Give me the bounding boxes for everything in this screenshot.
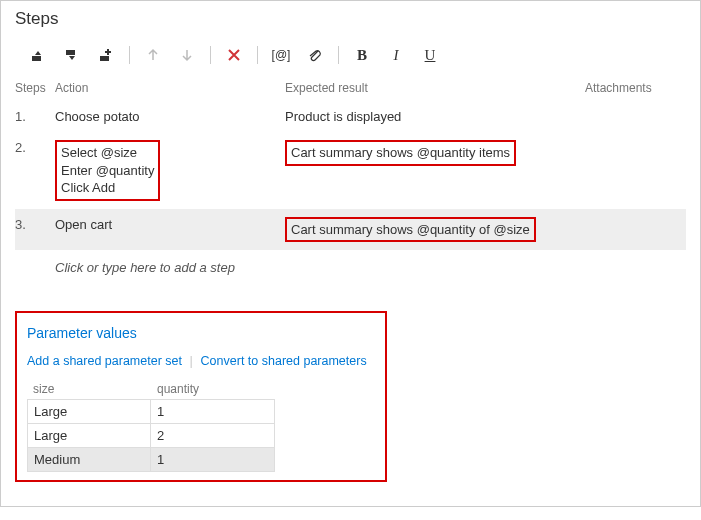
svg-rect-0 bbox=[32, 56, 41, 61]
param-col-size: size bbox=[27, 378, 151, 400]
toolbar-separator bbox=[338, 46, 339, 64]
step-row[interactable]: 3. Open cart Cart summary shows @quantit… bbox=[15, 209, 686, 251]
param-cell-qty[interactable]: 2 bbox=[150, 423, 275, 448]
parameter-table: size quantity Large 1 Large 2 Medium 1 bbox=[27, 378, 375, 472]
col-action: Action bbox=[55, 81, 285, 95]
col-attachments: Attachments bbox=[585, 81, 686, 95]
steps-header-row: Steps Action Expected result Attachments bbox=[15, 77, 686, 101]
param-cell-size[interactable]: Medium bbox=[27, 447, 151, 472]
step-action[interactable]: Open cart bbox=[55, 217, 285, 232]
step-number: 2. bbox=[15, 140, 55, 155]
step-expected[interactable]: Cart summary shows @quantity items bbox=[285, 140, 585, 166]
delete-step-icon[interactable] bbox=[217, 41, 251, 69]
step-expected[interactable]: Product is displayed bbox=[285, 109, 585, 124]
step-number: 1. bbox=[15, 109, 55, 124]
parameter-values-title: Parameter values bbox=[27, 325, 375, 341]
col-expected: Expected result bbox=[285, 81, 585, 95]
step-number: 3. bbox=[15, 217, 55, 232]
step-expected[interactable]: Cart summary shows @quantity of @size bbox=[285, 217, 585, 243]
bold-button[interactable]: B bbox=[345, 41, 379, 69]
add-step-placeholder[interactable]: Click or type here to add a step bbox=[15, 250, 686, 275]
insert-step-after-icon[interactable] bbox=[55, 41, 89, 69]
add-shared-parameter-link[interactable]: Add a shared parameter set bbox=[27, 354, 182, 368]
param-row[interactable]: Medium 1 bbox=[27, 448, 375, 472]
step-row[interactable]: 1. Choose potato Product is displayed bbox=[15, 101, 686, 132]
underline-button[interactable]: U bbox=[413, 41, 447, 69]
svg-rect-4 bbox=[105, 51, 111, 53]
step-action[interactable]: Choose potato bbox=[55, 109, 285, 124]
param-row[interactable]: Large 2 bbox=[27, 424, 375, 448]
param-cell-qty[interactable]: 1 bbox=[150, 399, 275, 424]
steps-toolbar: [@] B I U bbox=[15, 39, 686, 71]
toolbar-separator bbox=[129, 46, 130, 64]
insert-shared-step-icon[interactable] bbox=[89, 41, 123, 69]
insert-parameter-icon[interactable]: [@] bbox=[264, 41, 298, 69]
link-separator: | bbox=[190, 353, 193, 368]
step-action[interactable]: Select @size Enter @quantity Click Add bbox=[55, 140, 285, 201]
move-down-icon bbox=[170, 41, 204, 69]
param-cell-qty[interactable]: 1 bbox=[150, 447, 275, 472]
attachment-icon[interactable] bbox=[298, 41, 332, 69]
insert-step-icon[interactable] bbox=[21, 41, 55, 69]
step-row[interactable]: 2. Select @size Enter @quantity Click Ad… bbox=[15, 132, 686, 209]
svg-rect-1 bbox=[66, 50, 75, 55]
toolbar-separator bbox=[210, 46, 211, 64]
param-col-quantity: quantity bbox=[151, 378, 275, 400]
convert-shared-parameters-link[interactable]: Convert to shared parameters bbox=[201, 354, 367, 368]
param-cell-size[interactable]: Large bbox=[27, 399, 151, 424]
page-title: Steps bbox=[15, 9, 686, 29]
toolbar-separator bbox=[257, 46, 258, 64]
move-up-icon bbox=[136, 41, 170, 69]
parameter-values-panel: Parameter values Add a shared parameter … bbox=[15, 311, 387, 482]
param-cell-size[interactable]: Large bbox=[27, 423, 151, 448]
svg-rect-2 bbox=[100, 56, 109, 61]
param-row[interactable]: Large 1 bbox=[27, 400, 375, 424]
col-steps: Steps bbox=[15, 81, 55, 95]
italic-button[interactable]: I bbox=[379, 41, 413, 69]
